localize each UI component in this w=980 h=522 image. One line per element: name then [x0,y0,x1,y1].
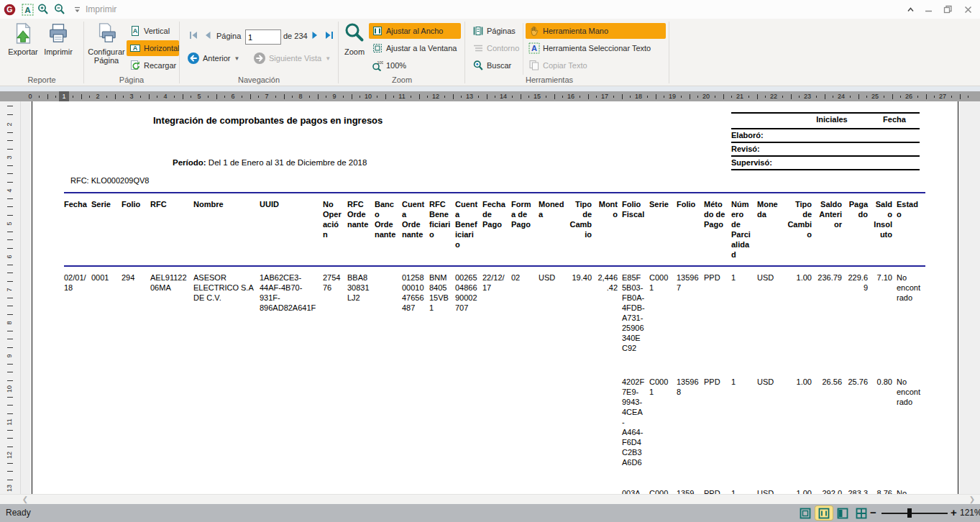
period-label: Período: [173,158,206,167]
anterior-button[interactable]: Anterior ▼ [184,50,242,66]
first-page-button[interactable] [188,29,199,41]
zoom-out-quick-icon[interactable] [53,3,66,16]
zoom-in-button[interactable]: + [951,506,957,518]
zoom-out-button[interactable]: − [870,506,876,518]
page-number-input[interactable] [245,29,281,45]
quick-access-dropdown-icon[interactable] [70,3,83,16]
ruler-tick [487,94,487,99]
vertical-ruler: 2345678910111213 [0,101,21,494]
zoom-in-quick-icon[interactable] [37,3,50,16]
restore-button[interactable] [941,3,954,16]
scroll-right-icon[interactable]: ❯ [967,495,977,505]
ruler-tick [284,94,285,99]
table-cell: PPD [704,482,731,494]
ruler-tick [453,94,454,99]
ruler-tick [47,94,48,99]
svg-text:100: 100 [377,60,384,65]
table-cell: ASESOR ELECTRICO S.A DE C.V. [193,266,260,371]
table-cell [375,482,402,494]
table-cell: 19.40 [569,266,596,371]
recargar-label: Recargar [144,61,176,70]
table-cell: 135967 [677,266,704,371]
view-two-pages-button[interactable] [834,506,851,520]
scroll-left-icon[interactable]: ❮ [20,495,30,505]
ruler-tick [7,413,13,414]
table-cell [569,371,596,482]
report-table: FechaSerieFolioRFCNombreUUIDNo Operación… [64,192,925,494]
horizontal-label: Horizontal [144,44,180,52]
table-cell: 1.00 [786,371,816,482]
ajustar-ventana-button[interactable]: Ajustar a la Ventana [369,40,459,56]
table-cell: E85F5B03-FB0A-4FDB-A731-25906340EC92 [622,266,649,371]
view-fit-width-button[interactable] [815,506,833,520]
zoom-100-button[interactable]: 100 100% [369,58,409,73]
column-header: Cuenta Ordenante [402,193,429,266]
contorno-button[interactable]: Contorno [470,40,522,56]
last-page-button[interactable] [324,29,335,41]
ruler-tick [681,96,682,98]
column-header: Estado [897,193,925,266]
copiar-texto-button[interactable]: Copiar Texto [526,58,590,73]
table-cell [64,371,91,482]
ruler-tick [858,94,859,99]
select-text-quick-icon[interactable]: A [21,3,34,16]
zoom-button[interactable]: Zoom [342,22,367,56]
table-cell [569,482,596,494]
table-cell: 1.00 [786,482,816,494]
previous-page-button[interactable] [202,29,214,41]
table-cell [375,371,402,482]
ruler-tick [242,96,242,98]
signoff-header-iniciales: Iniciales [794,114,869,124]
zoom-slider-track[interactable] [881,513,948,514]
configurar-pagina-button[interactable]: Configurar Página [86,22,127,65]
view-single-page-button[interactable] [797,506,814,520]
paginas-button[interactable]: Páginas [470,23,518,39]
ruler-tick [7,480,13,480]
column-header: Fecha de Pago [482,193,511,266]
minimize-button[interactable] [922,3,935,16]
column-header: Moneda [539,193,569,266]
exportar-button[interactable]: Exportar [6,22,40,56]
vertical-button[interactable]: A Vertical [127,23,173,39]
seleccionar-texto-button[interactable]: A Herramienta Seleccionar Texto [526,40,654,56]
collapse-ribbon-icon[interactable] [904,3,917,16]
ruler-tick [183,94,183,99]
ruler-tick [258,96,259,98]
horizontal-button[interactable]: A Horizontal [127,40,179,56]
ruler-tick [7,397,13,398]
horizontal-scrollbar[interactable]: ❮ ❯ [0,494,980,505]
landscape-page-icon: A [129,42,141,54]
recargar-button[interactable]: Recargar [127,58,179,73]
herramienta-mano-button[interactable]: Herramienta Mano [526,23,666,39]
column-header: Número de Parcialidad [731,193,757,266]
imprimir-button[interactable]: Imprimir [41,22,75,56]
ruler-tick [866,96,867,98]
ruler-number: 25 [871,92,879,101]
group-divider [464,22,465,83]
buscar-button[interactable]: Buscar [470,58,514,73]
ruler-tick [7,471,13,472]
siguiente-vista-button[interactable]: Siguiente Vista ▼ [250,50,334,66]
exportar-label: Exportar [8,47,38,56]
ruler-tick [7,173,13,174]
close-button[interactable] [961,3,974,16]
table-cell [193,371,260,482]
ajustar-ancho-button[interactable]: Ajustar al Ancho [369,23,461,39]
siguiente-dropdown-icon[interactable]: ▼ [325,55,331,62]
zoom-slider-thumb[interactable] [907,508,912,518]
ruler-tick [7,306,13,306]
table-cell [122,371,150,482]
document-viewport[interactable]: 2345678910111213 Integración de comproba… [0,101,980,494]
signoff-row-elaboro: Elaboró: [731,129,920,143]
ruler-tick [461,96,462,98]
anterior-dropdown-icon[interactable]: ▼ [234,55,240,62]
ruler-number: 11 [6,416,13,429]
next-page-button[interactable] [309,29,321,41]
table-row: 02/01/180001294AEL9112206MAASESOR ELECTR… [64,266,925,371]
ruler-number: 2 [96,92,99,101]
table-cell [347,371,375,482]
view-multi-page-button[interactable] [853,506,870,520]
ruler-number: 1 [62,92,65,101]
group-label-navegacion: Navegación [181,75,336,84]
table-cell: No encontrado [897,266,925,371]
